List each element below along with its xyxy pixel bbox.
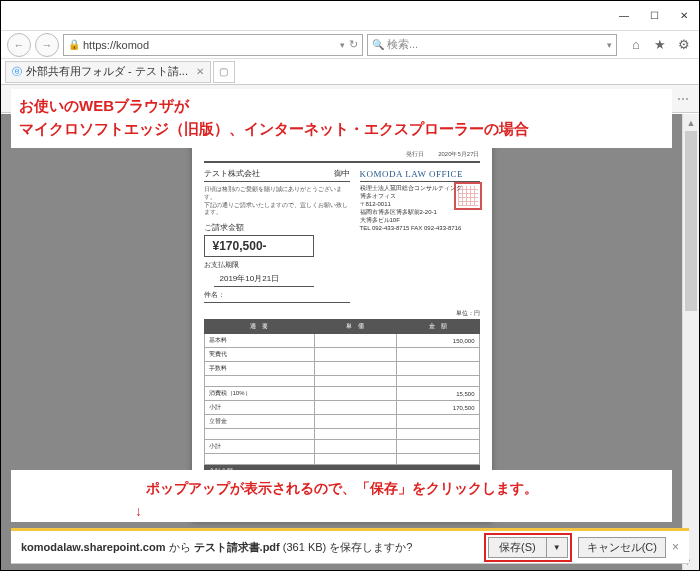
table-row: 消費税（10%）15,500 [204,387,479,401]
due-date: 2019年10月21日 [214,271,314,287]
greet-1: 日頃は格別のご愛顧を賜り誠にありがとうございます。 [204,186,350,202]
dl-from: から [165,541,193,553]
annotation-bottom: ポップアップが表示されるので、「保存」をクリックします。 ↓ [11,470,672,522]
th-desc: 適 要 [204,320,314,334]
minimize-button[interactable]: — [609,2,639,30]
greet-2: 下記の通りご請求いたしますので、宜しくお願い致します。 [204,202,350,218]
annotation-arrow-icon: ↓ [135,504,664,518]
table-row [204,429,479,440]
table-row [204,454,479,465]
property-label: 件名： [204,291,350,303]
search-dropdown-icon[interactable]: ▾ [607,40,612,50]
download-popup: komodalaw.sharepoint.com から テスト請求書.pdf (… [11,528,689,564]
popup-close-icon[interactable]: × [672,540,679,554]
dl-host: komodalaw.sharepoint.com [21,541,165,553]
dl-size: (361 KB) [280,541,330,553]
annotation-bottom-text: ポップアップが表示されるので、「保存」をクリックします。 [19,480,664,498]
window-titlebar: — ☐ ✕ [1,1,699,31]
due-label: お支払期限 [204,261,350,270]
vertical-scrollbar[interactable]: ▲ ▼ [682,114,699,570]
back-button[interactable]: ← [7,33,31,57]
table-row: 小計170,500 [204,401,479,415]
client-name: テスト株式会社 [204,169,260,179]
tel-fax: TEL 092-433-8715 FAX 092-433-8716 [360,224,480,232]
client-suffix: 御中 [334,169,350,179]
lock-icon: 🔒 [68,39,80,50]
search-box[interactable]: 🔍 検索... ▾ [367,34,617,56]
refresh-icon[interactable]: ↻ [349,38,358,51]
more-icon[interactable]: ⋯ [677,92,689,106]
table-row [204,376,479,387]
tab-title: 外部共有用フォルダ - テスト請... [26,64,188,79]
search-icon: 🔍 [372,39,384,50]
issue-date: 2020年5月27日 [438,150,479,159]
home-icon[interactable]: ⌂ [627,36,645,54]
browser-tab[interactable]: ⓔ 外部共有用フォルダ - テスト請... ✕ [5,61,211,83]
download-message: komodalaw.sharepoint.com から テスト請求書.pdf (… [21,540,412,555]
tab-close-icon[interactable]: ✕ [196,66,204,77]
annotation-line-2: マイクロソフトエッジ（旧版）、インターネット・エクスプローラーの場合 [19,118,664,141]
table-row: 立替金 [204,415,479,429]
unit-label: 単位：円 [204,309,480,318]
table-row: 小計 [204,440,479,454]
url-box[interactable]: 🔒 https://komod ▾ ↻ [63,34,363,56]
close-window-button[interactable]: ✕ [669,2,699,30]
ie-icon: ⓔ [12,65,22,79]
amount-value: ¥170,500- [204,235,314,257]
office-logo: KOMODA LAW OFFICE [360,169,480,182]
invoice-table: 適 要単 価金 額 基本料150,000 実費代 手数料 消費税（10%）15,… [204,319,480,479]
scroll-track[interactable] [683,131,699,553]
annotation-line-1: お使いのWEBブラウザが [19,95,664,118]
annotation-top: お使いのWEBブラウザが マイクロソフトエッジ（旧版）、インターネット・エクスプ… [11,89,672,148]
forward-button[interactable]: → [35,33,59,57]
save-button[interactable]: 保存(S) [488,537,547,558]
amount-label: ご請求金額 [204,223,350,233]
ie-buttons: ⌂ ★ ⚙ [627,36,693,54]
search-placeholder: 検索... [387,37,418,52]
favorites-icon[interactable]: ★ [651,36,669,54]
th-unit: 単 価 [314,320,397,334]
address-bar-row: ← → 🔒 https://komod ▾ ↻ 🔍 検索... ▾ ⌂ ★ ⚙ [1,31,699,59]
save-highlight: 保存(S) ▼ [484,533,572,562]
gear-icon[interactable]: ⚙ [675,36,693,54]
scroll-up-arrow[interactable]: ▲ [683,114,699,131]
dl-file: テスト請求書.pdf [194,541,280,553]
tab-row: ⓔ 外部共有用フォルダ - テスト請... ✕ ▢ [1,59,699,85]
table-row: 手数料 [204,362,479,376]
issue-label: 発行日 [406,150,424,159]
new-tab-button[interactable]: ▢ [213,61,235,83]
save-dropdown-button[interactable]: ▼ [547,537,568,558]
addr-4: 大博多ビル10F [360,216,480,224]
cancel-button[interactable]: キャンセル(C) [578,537,666,558]
url-dropdown-icon[interactable]: ▾ [340,40,345,50]
table-row: 基本料150,000 [204,334,479,348]
scroll-thumb[interactable] [685,131,697,311]
dl-q: を保存しますか? [329,541,412,553]
stamp-icon [454,182,482,210]
table-row: 実費代 [204,348,479,362]
pdf-page: 発行日 2020年5月27日 テスト株式会社 御中 日頃は格別のご愛顧を賜り誠に… [192,140,492,520]
th-amount: 金 額 [397,320,480,334]
url-text: https://komod [83,39,149,51]
maximize-button[interactable]: ☐ [639,2,669,30]
